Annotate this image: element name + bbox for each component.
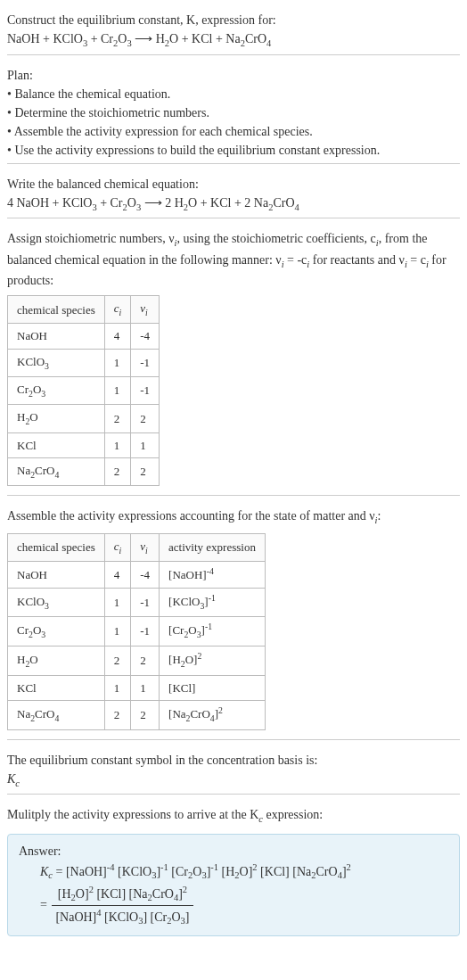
subscript: 4 [266,38,271,48]
txt: [KClO [115,864,152,877]
species-cell: KClO3 [8,588,105,617]
arrow: ⟶ [132,32,156,45]
txt: : [378,509,381,523]
table-row: Cr2O31-1[Cr2O3]-1 [8,617,266,646]
txt: O [33,383,41,396]
txt: O [29,653,37,666]
txt: CrO [35,464,54,477]
table-row: NaOH4-4[NaOH]-4 [8,562,266,589]
subscript: 4 [54,470,59,480]
arrow: ⟶ [141,196,165,210]
species-cell: NaOH [8,324,105,350]
txt: O [33,623,41,637]
plan-bullet: • Assemble the activity expression for e… [7,122,460,141]
denominator: [NaOH]4 [KClO3] [Cr2O3] [52,906,193,928]
txt: O] [185,653,198,666]
table-row: KClO31-1[KClO3]-1 [8,588,266,617]
subscript: i [119,308,122,317]
superscript: -1 [209,593,216,603]
eq-part: O + KCl + 2 Na [188,196,268,210]
ci-cell: 1 [104,588,131,617]
balanced-title: Write the balanced chemical equation: [7,175,460,194]
txt: KCl [17,681,37,695]
ci-cell: 2 [104,405,131,432]
answer-expression: Kc = [NaOH]-4 [KClO3]-1 [Cr2O3]-1 [H2O]2… [40,861,448,883]
col-ci: ci [104,533,131,561]
species-cell: NaOH [8,562,105,589]
ci-cell: 2 [104,458,131,486]
subscript: 3 [41,389,45,399]
txt: H [17,653,25,666]
nui-cell: -4 [131,324,160,350]
ci-cell: 2 [104,701,131,730]
nui-cell: 2 [131,646,160,675]
txt: O [193,864,201,877]
superscript: 2 [183,885,187,894]
txt: O] [76,887,89,901]
table-row: KCl11 [8,432,160,458]
species-cell: H2O [8,405,105,432]
eq-part: 2 H [165,196,184,210]
result-section: Mulitply the activity expressions to arr… [7,802,460,940]
nui-cell: -1 [131,377,160,405]
txt: Mulitply the activity expressions to arr… [7,808,258,821]
txt: Cr [17,623,29,637]
species-cell: Na2CrO4 [8,458,105,486]
activity-cell: [Cr2O3]-1 [160,617,266,646]
symbol-section: The equilibrium constant symbol in the c… [7,747,460,795]
txt: CrO [190,707,209,721]
subscript: 3 [41,630,45,639]
ci-cell: 1 [104,349,131,376]
nui-cell: -1 [131,588,160,617]
eq-part: + Cr [87,32,113,45]
species-cell: KCl [8,675,105,701]
species-cell: Cr2O3 [8,377,105,405]
table-row: Na2CrO422[Na2CrO4]2 [8,701,266,730]
answer-box: Answer: Kc = [NaOH]-4 [KClO3]-1 [Cr2O3]-… [7,834,460,937]
plan-bullet: • Determine the stoichiometric numbers. [7,103,460,122]
nui-cell: 1 [131,675,160,701]
superscript: -1 [160,862,168,872]
symbol-text: The equilibrium constant symbol in the c… [7,751,460,770]
eq-part: NaOH + KClO [7,32,83,45]
activity-cell: [KCl] [160,675,266,701]
activity-cell: [Na2CrO4]2 [160,701,266,730]
subscript: c [15,778,20,787]
table-header-row: chemical species ci νi [8,296,160,324]
txt: Assign stoichiometric numbers, ν [7,232,175,245]
ci-cell: 1 [104,617,131,646]
txt: [H [168,653,181,666]
balanced-equation: 4 NaOH + KClO3 + Cr2O3 ⟶ 2 H2O + KCl + 2… [7,194,460,215]
txt: for reactants and ν [309,253,405,267]
ci-cell: 1 [104,432,131,458]
txt: NaOH [17,568,47,581]
species-cell: Cr2O3 [8,617,105,646]
eq-part: H [156,32,165,45]
txt: [NaOH] [55,910,96,924]
txt: CrO [152,887,174,901]
superscript: -1 [210,862,218,872]
txt: K [7,772,15,786]
txt: Na [17,464,30,477]
activity-cell: [NaOH]-4 [160,562,266,589]
txt: CrO [35,707,54,721]
subscript: i [119,545,122,555]
kc-symbol: Kc [7,770,460,791]
activity-section: Assemble the activity expressions accoun… [7,503,460,739]
col-nui: νi [131,533,160,561]
balanced-section: Write the balanced chemical equation: 4 … [7,171,460,219]
txt: ] [Cr [143,910,167,924]
species-cell: H2O [8,646,105,675]
eq-part: CrO [245,32,266,45]
txt: = [NaOH] [53,864,107,877]
nui-cell: -4 [131,562,160,589]
col-species: chemical species [8,296,105,324]
txt: Assemble the activity expressions accoun… [7,509,375,523]
superscript: -4 [207,566,214,576]
subscript: 4 [54,712,59,722]
txt: [KClO [102,910,139,924]
txt: [Na [168,707,186,721]
txt: O [171,910,180,924]
txt: [NaOH] [168,568,207,581]
txt: ] [185,910,190,924]
